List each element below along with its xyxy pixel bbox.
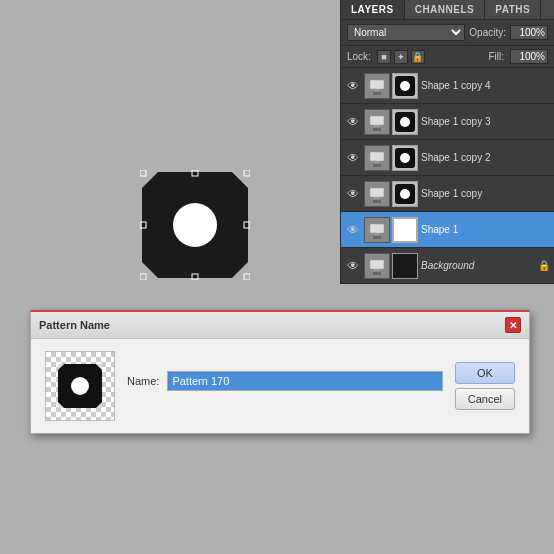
pattern-name-dialog: Pattern Name ✕ Name: bbox=[30, 310, 530, 434]
opacity-label: Opacity: bbox=[469, 27, 506, 38]
cancel-button[interactable]: Cancel bbox=[455, 388, 515, 410]
active-layer-dot bbox=[401, 226, 409, 234]
svg-point-11 bbox=[400, 153, 410, 163]
layer-name-shape1copy2: Shape 1 copy 2 bbox=[421, 152, 550, 163]
layer-thumb-bg-background bbox=[392, 253, 418, 279]
shape-svg bbox=[140, 170, 250, 280]
layer-thumb-shape-shape1copy4 bbox=[392, 73, 418, 99]
thumb-group-shape1copy4 bbox=[364, 73, 418, 99]
lock-icon-background: 🔒 bbox=[538, 260, 550, 271]
svg-rect-17 bbox=[374, 233, 380, 235]
layer-row-shape1[interactable]: 👁 Shape 1 bbox=[341, 212, 554, 248]
layer-row-shape1copy3[interactable]: 👁 Shape 1 copy 3 bbox=[341, 104, 554, 140]
tabs-row: LAYERS CHANNELS PATHS bbox=[341, 0, 554, 20]
svg-rect-5 bbox=[374, 125, 380, 127]
thumb-group-background bbox=[364, 253, 418, 279]
svg-rect-13 bbox=[374, 197, 380, 199]
svg-rect-19 bbox=[374, 269, 380, 271]
layer-thumb-shape-shape1copy2 bbox=[392, 145, 418, 171]
layer-thumb-shape-shape1copy bbox=[392, 181, 418, 207]
svg-point-37 bbox=[71, 377, 89, 395]
dialog-preview bbox=[45, 351, 115, 421]
eye-icon-shape1copy3[interactable]: 👁 bbox=[345, 114, 361, 130]
dialog-close-button[interactable]: ✕ bbox=[505, 317, 521, 333]
lock-label: Lock: bbox=[347, 51, 371, 62]
thumb-group-shape1 bbox=[364, 217, 418, 243]
fill-input[interactable] bbox=[510, 49, 548, 64]
eye-icon-shape1copy2[interactable]: 👁 bbox=[345, 150, 361, 166]
layers-panel: LAYERS CHANNELS PATHS Normal Opacity: Lo… bbox=[340, 0, 554, 284]
layer-row-shape1copy[interactable]: 👁 Shape 1 copy bbox=[341, 176, 554, 212]
tab-paths[interactable]: PATHS bbox=[485, 0, 541, 19]
canvas-shape bbox=[140, 170, 250, 282]
svg-point-24 bbox=[173, 203, 217, 247]
layer-name-background: Background bbox=[421, 260, 535, 271]
layer-row-shape1copy2[interactable]: 👁 Shape 1 copy 2 bbox=[341, 140, 554, 176]
lock-fill-row: Lock: ■ ✦ 🔒 Fill: bbox=[341, 46, 554, 68]
layer-thumb-monitor-shape1copy4 bbox=[364, 73, 390, 99]
thumb-group-shape1copy bbox=[364, 181, 418, 207]
layer-thumb-monitor-shape1copy3 bbox=[364, 109, 390, 135]
lock-position-btn[interactable]: ✦ bbox=[394, 50, 408, 64]
dialog-title: Pattern Name bbox=[39, 319, 110, 331]
svg-rect-1 bbox=[374, 89, 380, 91]
eye-icon-shape1[interactable]: 👁 bbox=[345, 222, 361, 238]
blend-opacity-row: Normal Opacity: bbox=[341, 20, 554, 46]
lock-all-btn[interactable]: 🔒 bbox=[411, 50, 425, 64]
blend-mode-select[interactable]: Normal bbox=[347, 24, 465, 41]
lock-icons: ■ ✦ 🔒 bbox=[377, 50, 425, 64]
svg-rect-8 bbox=[370, 152, 384, 161]
ok-button[interactable]: OK bbox=[455, 362, 515, 384]
layer-thumb-monitor-shape1 bbox=[364, 217, 390, 243]
layer-thumb-active-shape1 bbox=[392, 217, 418, 243]
svg-rect-0 bbox=[370, 80, 384, 89]
layer-row-background[interactable]: 👁 Background 🔒 bbox=[341, 248, 554, 284]
eye-icon-shape1copy[interactable]: 👁 bbox=[345, 186, 361, 202]
layer-name-shape1: Shape 1 bbox=[421, 224, 550, 235]
layer-thumb-monitor-background bbox=[364, 253, 390, 279]
layer-thumb-monitor-shape1copy2 bbox=[364, 145, 390, 171]
thumb-group-shape1copy2 bbox=[364, 145, 418, 171]
name-input[interactable] bbox=[167, 371, 442, 391]
layer-thumb-shape-shape1copy3 bbox=[392, 109, 418, 135]
layer-row-shape1copy4[interactable]: 👁 Shape 1 copy 4 bbox=[341, 68, 554, 104]
layer-name-shape1copy: Shape 1 copy bbox=[421, 188, 550, 199]
svg-rect-12 bbox=[370, 188, 384, 197]
dialog-buttons: OK Cancel bbox=[455, 362, 515, 410]
thumb-group-shape1copy3 bbox=[364, 109, 418, 135]
dialog-body: Name: OK Cancel bbox=[31, 339, 529, 433]
svg-point-15 bbox=[400, 189, 410, 199]
layer-name-shape1copy4: Shape 1 copy 4 bbox=[421, 80, 550, 91]
svg-rect-4 bbox=[370, 116, 384, 125]
eye-icon-shape1copy4[interactable]: 👁 bbox=[345, 78, 361, 94]
svg-point-3 bbox=[400, 81, 410, 91]
svg-rect-9 bbox=[374, 161, 380, 163]
layer-thumb-monitor-shape1copy bbox=[364, 181, 390, 207]
dialog-title-bar: Pattern Name ✕ bbox=[31, 312, 529, 339]
tab-channels[interactable]: CHANNELS bbox=[405, 0, 486, 19]
svg-rect-16 bbox=[370, 224, 384, 233]
fill-label: Fill: bbox=[488, 51, 504, 62]
name-row: Name: bbox=[127, 371, 443, 391]
eye-icon-background[interactable]: 👁 bbox=[345, 258, 361, 274]
svg-point-7 bbox=[400, 117, 410, 127]
opacity-input[interactable] bbox=[510, 25, 548, 40]
tab-layers[interactable]: LAYERS bbox=[341, 0, 405, 19]
dialog-preview-shape bbox=[57, 363, 103, 409]
name-label: Name: bbox=[127, 375, 159, 387]
layer-name-shape1copy3: Shape 1 copy 3 bbox=[421, 116, 550, 127]
svg-rect-18 bbox=[370, 260, 384, 269]
lock-pixels-btn[interactable]: ■ bbox=[377, 50, 391, 64]
